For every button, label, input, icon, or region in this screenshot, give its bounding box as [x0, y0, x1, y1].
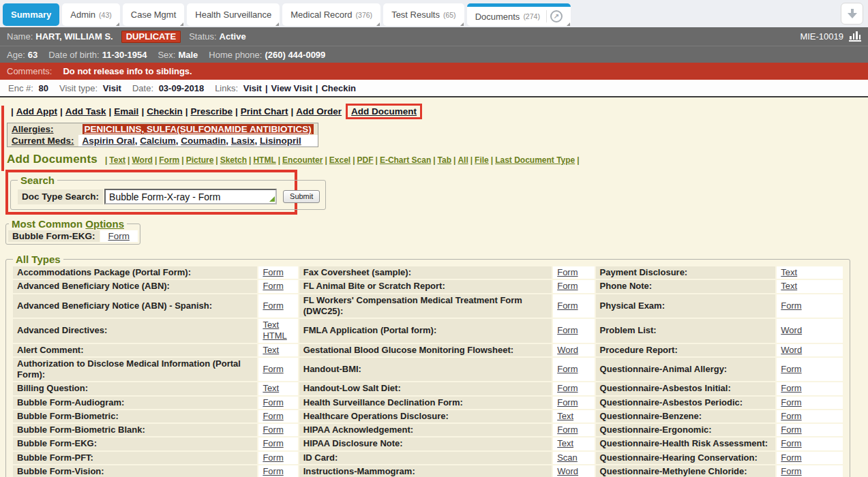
- doc-link-text[interactable]: Text: [263, 345, 279, 355]
- doc-type-link-file[interactable]: File: [475, 155, 489, 165]
- doc-type-name: Questionnaire-Animal Allergy:: [596, 358, 776, 382]
- doc-link-text[interactable]: Text: [263, 320, 279, 330]
- doc-link-form[interactable]: Form: [781, 466, 801, 476]
- tab-summary[interactable]: Summary: [3, 3, 59, 26]
- doc-link-form[interactable]: Form: [781, 301, 801, 311]
- doc-link-form[interactable]: Form: [557, 425, 578, 435]
- doc-link-form[interactable]: Form: [557, 301, 578, 311]
- doc-link-text[interactable]: Text: [263, 383, 279, 393]
- tab-test-results[interactable]: Test Results(65): [383, 3, 464, 26]
- enc-label: Enc #:: [8, 83, 33, 93]
- doc-link-form[interactable]: Form: [263, 425, 283, 435]
- med-link-calcium[interactable]: Calcium: [140, 136, 176, 146]
- doc-link-form[interactable]: Form: [781, 397, 801, 407]
- doc-type-link-excel[interactable]: Excel: [329, 155, 350, 165]
- doc-type-link-html[interactable]: HTML: [253, 155, 275, 165]
- doc-link-form[interactable]: Form: [263, 301, 283, 311]
- doc-link-text[interactable]: Text: [557, 438, 573, 448]
- bar-chart-icon[interactable]: [849, 31, 861, 42]
- doc-link-form[interactable]: Form: [781, 364, 801, 374]
- doc-link-form[interactable]: Form: [781, 383, 801, 393]
- action-link-add-document[interactable]: Add Document: [351, 106, 417, 117]
- doc-type-link-e-chart-scan[interactable]: E-Chart Scan: [380, 155, 431, 165]
- separator: |: [353, 155, 355, 165]
- encounter-link-visit[interactable]: Visit: [243, 83, 262, 93]
- doc-link-form[interactable]: Form: [108, 231, 130, 241]
- action-link-checkin[interactable]: Checkin: [147, 106, 183, 117]
- main-content: |Add Appt|Add Task|Email|Checkin|Prescri…: [0, 97, 868, 477]
- doc-link-text[interactable]: Text: [781, 281, 797, 291]
- doc-link-word[interactable]: Word: [781, 345, 802, 355]
- tab-documents[interactable]: Documents(274)↗: [467, 3, 571, 26]
- doc-type-link-encounter[interactable]: Encounter: [282, 155, 323, 165]
- doc-link-form[interactable]: Form: [263, 438, 283, 448]
- doc-type-link-sketch[interactable]: Sketch: [220, 155, 247, 165]
- med-link-lisinopril[interactable]: Lisinopril: [260, 136, 301, 146]
- allergies-value-link[interactable]: PENICILLINS, SULFA(SULFONAMIDE ANTIBIOTI…: [83, 124, 314, 134]
- tab-case-mgmt[interactable]: Case Mgmt: [123, 3, 184, 26]
- action-link-add-order[interactable]: Add Order: [296, 106, 342, 117]
- doc-link-form[interactable]: Form: [263, 411, 283, 421]
- doc-type-search-input[interactable]: [104, 189, 277, 204]
- doc-link-form[interactable]: Form: [781, 438, 801, 448]
- doc-link-text[interactable]: Text: [781, 267, 797, 277]
- encounter-link-view-visit[interactable]: View Visit: [271, 83, 312, 93]
- date-label: Date:: [132, 83, 153, 93]
- tab-health-surveillance[interactable]: Health Surveillance: [187, 3, 280, 26]
- action-link-email[interactable]: Email: [114, 106, 138, 117]
- doc-type-link-last-document-type[interactable]: Last Document Type: [495, 155, 575, 165]
- action-link-add-task[interactable]: Add Task: [65, 106, 106, 117]
- doc-link-form[interactable]: Form: [557, 364, 578, 374]
- doc-type-link-cell: Form: [553, 397, 594, 409]
- tab-medical-record[interactable]: Medical Record(376): [282, 3, 380, 26]
- submit-button[interactable]: Submit: [283, 190, 320, 203]
- allergies-label-link[interactable]: Allergies:: [8, 123, 78, 136]
- doc-link-form[interactable]: Form: [557, 397, 578, 407]
- doc-link-word[interactable]: Word: [781, 325, 802, 335]
- doc-type-link-all[interactable]: All: [458, 155, 468, 165]
- doc-link-text[interactable]: Text: [557, 411, 573, 421]
- doc-type-link-picture[interactable]: Picture: [186, 155, 214, 165]
- doc-type-link-cell: TextHTML: [258, 319, 297, 343]
- med-link-coumadin[interactable]: Coumadin: [181, 136, 226, 146]
- tab-admin[interactable]: Admin(43): [62, 3, 120, 26]
- encounter-link-checkin[interactable]: Checkin: [321, 83, 356, 93]
- doc-link-word[interactable]: Word: [557, 345, 578, 355]
- doc-link-scan[interactable]: Scan: [557, 452, 578, 463]
- table-row: Alert Comment:TextGestational Blood Gluc…: [13, 344, 843, 356]
- doc-link-form[interactable]: Form: [781, 411, 801, 421]
- doc-link-form[interactable]: Form: [557, 267, 578, 277]
- med-link-lasix[interactable]: Lasix: [231, 136, 255, 146]
- doc-type-link-tab[interactable]: Tab: [438, 155, 451, 165]
- doc-type-name: Questionnaire-Ergonomic:: [596, 424, 776, 436]
- doc-link-form[interactable]: Form: [263, 397, 283, 407]
- action-link-print-chart[interactable]: Print Chart: [241, 106, 288, 117]
- doc-link-form[interactable]: Form: [263, 281, 283, 291]
- doc-link-form[interactable]: Form: [263, 364, 283, 374]
- separator: |: [433, 155, 435, 165]
- current-meds-label-link[interactable]: Current Meds:: [8, 135, 78, 147]
- doc-link-html[interactable]: HTML: [263, 330, 286, 341]
- doc-type-link-word[interactable]: Word: [132, 155, 152, 165]
- doc-link-word[interactable]: Word: [557, 466, 578, 476]
- doc-type-link-cell: Form: [258, 452, 297, 464]
- doc-link-form[interactable]: Form: [781, 425, 801, 435]
- download-button[interactable]: [841, 3, 863, 25]
- med-link-aspirin-oral[interactable]: Aspirin Oral: [83, 136, 135, 146]
- open-in-new-icon[interactable]: ↗: [550, 10, 563, 22]
- doc-link-form[interactable]: Form: [557, 281, 578, 291]
- doc-link-form[interactable]: Form: [263, 466, 283, 476]
- doc-link-form[interactable]: Form: [263, 267, 283, 277]
- doc-type-link-pdf[interactable]: PDF: [357, 155, 374, 165]
- doc-type-link-cell: Form: [100, 230, 138, 242]
- doc-type-link-form[interactable]: Form: [159, 155, 179, 165]
- doc-link-form[interactable]: Form: [557, 325, 578, 335]
- action-link-prescribe[interactable]: Prescribe: [190, 106, 233, 117]
- doc-link-form[interactable]: Form: [781, 452, 801, 463]
- doc-type-link-text[interactable]: Text: [109, 155, 125, 165]
- options-link[interactable]: Options: [85, 218, 124, 230]
- doc-link-form[interactable]: Form: [263, 452, 283, 463]
- doc-link-form[interactable]: Form: [557, 383, 578, 393]
- duplicate-badge[interactable]: DUPLICATE: [121, 31, 181, 43]
- action-link-add-appt[interactable]: Add Appt: [16, 106, 57, 117]
